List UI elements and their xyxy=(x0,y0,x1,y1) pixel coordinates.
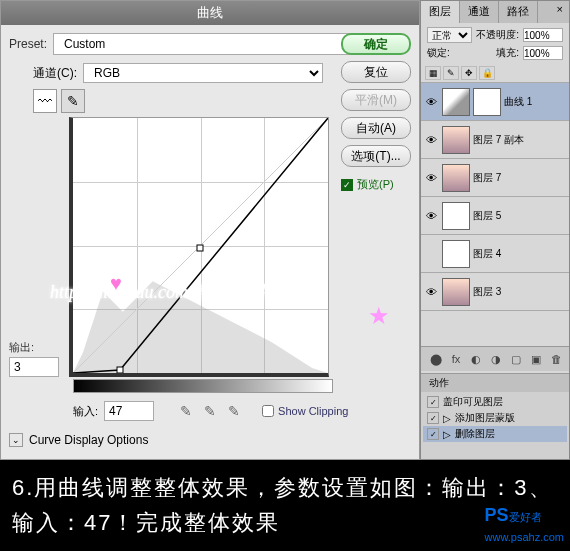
visibility-icon[interactable]: 👁 xyxy=(423,170,439,186)
logo: PS爱好者 www.psahz.com xyxy=(485,501,564,547)
tab-layers[interactable]: 图层 xyxy=(421,1,460,23)
layers-list: 👁 曲线 1 👁 图层 7 副本 👁 图层 7 👁 图层 5 图层 4 👁 xyxy=(421,83,569,343)
layer-thumb[interactable] xyxy=(442,202,470,230)
output-input[interactable] xyxy=(9,357,59,377)
preview-checkbox[interactable]: ✓ 预览(P) xyxy=(341,177,411,192)
lock-paint-icon[interactable]: ✎ xyxy=(443,66,459,80)
smooth-button: 平滑(M) xyxy=(341,89,411,111)
layer-row[interactable]: 👁 图层 3 xyxy=(421,273,569,311)
ok-button[interactable]: 确定 xyxy=(341,33,411,55)
pencil-tool-icon[interactable]: ✎ xyxy=(61,89,85,113)
layer-name: 图层 3 xyxy=(473,285,567,299)
visibility-icon[interactable]: 👁 xyxy=(423,132,439,148)
layer-thumb[interactable] xyxy=(442,164,470,192)
lock-transparency-icon[interactable]: ▦ xyxy=(425,66,441,80)
lock-label: 锁定: xyxy=(427,46,450,60)
eyedropper-gray-icon[interactable]: ✎ xyxy=(204,403,216,419)
layer-row[interactable]: 👁 图层 7 xyxy=(421,159,569,197)
visibility-icon[interactable]: 👁 xyxy=(423,208,439,224)
expand-label: Curve Display Options xyxy=(29,433,148,447)
channel-label: 通道(C): xyxy=(33,65,77,82)
mask-icon[interactable]: ◐ xyxy=(467,351,485,367)
svg-rect-1 xyxy=(117,367,123,373)
blend-mode-select[interactable]: 正常 xyxy=(427,27,472,43)
expand-icon[interactable]: ⌄ xyxy=(9,433,23,447)
new-layer-icon[interactable]: ▣ xyxy=(527,351,545,367)
layer-name: 图层 7 副本 xyxy=(473,133,567,147)
channel-select[interactable]: RGB xyxy=(83,63,323,83)
options-button[interactable]: 选项(T)... xyxy=(341,145,411,167)
visibility-icon[interactable]: 👁 xyxy=(423,284,439,300)
layer-row[interactable]: 👁 图层 5 xyxy=(421,197,569,235)
lock-move-icon[interactable]: ✥ xyxy=(461,66,477,80)
curve-path xyxy=(73,118,328,373)
input-input[interactable] xyxy=(104,401,154,421)
curve-graph[interactable] xyxy=(69,117,329,377)
layer-thumb[interactable] xyxy=(442,88,470,116)
layer-thumb[interactable] xyxy=(442,126,470,154)
gradient-bar xyxy=(73,379,333,393)
layer-thumb[interactable] xyxy=(442,240,470,268)
eyedropper-white-icon[interactable]: ✎ xyxy=(228,403,240,419)
fill-input[interactable] xyxy=(523,46,563,60)
show-clipping-checkbox[interactable]: Show Clipping xyxy=(262,405,348,417)
layer-name: 图层 5 xyxy=(473,209,567,223)
input-label: 输入: xyxy=(73,404,98,419)
fx-icon[interactable]: fx xyxy=(447,351,465,367)
layer-row[interactable]: 👁 图层 7 副本 xyxy=(421,121,569,159)
opacity-input[interactable] xyxy=(523,28,563,42)
action-item[interactable]: ✓盖印可见图层 xyxy=(423,394,567,410)
layer-row[interactable]: 👁 曲线 1 xyxy=(421,83,569,121)
output-label: 输出: xyxy=(9,340,69,355)
eyedropper-black-icon[interactable]: ✎ xyxy=(180,403,192,419)
layer-name: 图层 4 xyxy=(473,247,567,261)
reset-button[interactable]: 复位 xyxy=(341,61,411,83)
link-icon[interactable]: ⬤ xyxy=(427,351,445,367)
layer-row[interactable]: 图层 4 xyxy=(421,235,569,273)
tab-actions[interactable]: 动作 xyxy=(421,374,457,392)
fill-label: 填充: xyxy=(496,46,519,60)
action-item[interactable]: ✓▷添加图层蒙版 xyxy=(423,410,567,426)
panel-close-icon[interactable]: × xyxy=(551,1,569,23)
opacity-label: 不透明度: xyxy=(476,28,519,42)
svg-rect-2 xyxy=(197,245,203,251)
preset-select[interactable]: Custom xyxy=(53,33,385,55)
tab-paths[interactable]: 路径 xyxy=(499,1,538,23)
layer-thumb[interactable] xyxy=(442,278,470,306)
visibility-icon[interactable] xyxy=(423,246,439,262)
auto-button[interactable]: 自动(A) xyxy=(341,117,411,139)
lock-all-icon[interactable]: 🔒 xyxy=(479,66,495,80)
folder-icon[interactable]: ▢ xyxy=(507,351,525,367)
curves-dialog: 曲线 Preset: Custom ≡ 通道(C): RGB 〰 ✎ 输出: xyxy=(0,0,420,460)
action-item[interactable]: ✓▷删除图层 xyxy=(423,426,567,442)
preset-label: Preset: xyxy=(9,37,47,51)
trash-icon[interactable]: 🗑 xyxy=(547,351,565,367)
curve-tool-icon[interactable]: 〰 xyxy=(33,89,57,113)
layers-panel: 图层 通道 路径 × 正常 不透明度: 锁定: 填充: ▦ ✎ ✥ 🔒 👁 曲线… xyxy=(420,0,570,460)
dialog-title: 曲线 xyxy=(1,1,419,25)
layer-name: 图层 7 xyxy=(473,171,567,185)
layer-name: 曲线 1 xyxy=(504,95,567,109)
tab-channels[interactable]: 通道 xyxy=(460,1,499,23)
mask-thumb[interactable] xyxy=(473,88,501,116)
visibility-icon[interactable]: 👁 xyxy=(423,94,439,110)
caption: 6.用曲线调整整体效果，参数设置如图：输出：3、输入：47！完成整体效果 PS爱… xyxy=(0,460,570,551)
adjustment-icon[interactable]: ◑ xyxy=(487,351,505,367)
